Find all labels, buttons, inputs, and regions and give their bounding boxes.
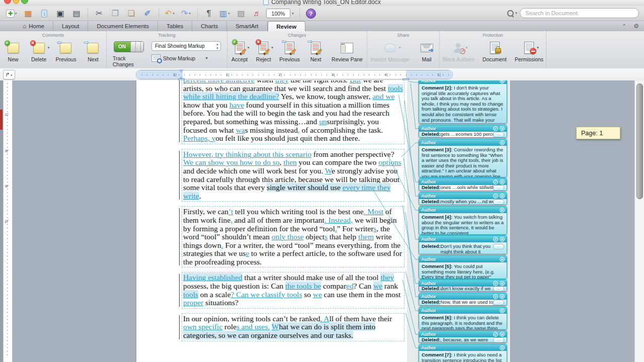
accept-change-button[interactable]: ✓ xyxy=(493,294,498,299)
dropdown-arrow-icon[interactable]: ▼ xyxy=(398,46,401,49)
paragraph-5[interactable]: In our opinion, writing tools can’t be r… xyxy=(183,315,403,340)
block-authors-button[interactable]: ▼Block Authors xyxy=(442,39,474,68)
comment-balloon[interactable]: Author✕Comment [7]: I think you also nee… xyxy=(419,344,507,362)
stepper-arrows-icon[interactable]: ▲▼ xyxy=(216,42,219,50)
more-button[interactable]: … xyxy=(493,244,504,249)
dropdown-arrow-icon[interactable]: ▼ xyxy=(47,46,50,49)
paste-button[interactable]: ❏ xyxy=(124,8,139,20)
deleted-change-balloon[interactable]: Author✓✕Deleted: mostly when you …nd we … xyxy=(419,192,507,205)
reject-change-button[interactable]: ✕ xyxy=(500,126,505,131)
collapse-ribbon-icon[interactable]: ⌃ xyxy=(622,23,626,30)
reject-change-button[interactable]: ✕ xyxy=(500,294,505,299)
more-button[interactable]: … xyxy=(493,287,504,291)
instant-message-button[interactable]: ▼Instant Message xyxy=(370,39,409,68)
deleted-change-balloon[interactable]: Author✓✕Deleted: gets …ecomes 100 percen… xyxy=(419,125,507,138)
more-button[interactable]: … xyxy=(493,199,504,205)
reject-change-button[interactable]: ✕ xyxy=(500,179,505,185)
toggle-knob[interactable] xyxy=(130,42,143,52)
mail-button[interactable]: ➔Mail xyxy=(418,39,436,68)
tab-smartart[interactable]: SmartArt xyxy=(227,21,267,31)
envelope-button[interactable]: ▧ xyxy=(233,8,249,20)
comment-balloon[interactable]: Author✕Comment [3]: Consider rewording t… xyxy=(419,139,507,177)
open-button[interactable]: ↓ xyxy=(37,8,52,20)
previous-button[interactable]: ⇦Previous xyxy=(56,39,76,68)
accept-change-button[interactable]: ✓ xyxy=(493,281,498,286)
copy-button[interactable]: ❐ xyxy=(108,8,123,20)
format-painter-button[interactable]: ✐ xyxy=(140,8,155,20)
previous-button[interactable]: ⇦Previous xyxy=(279,39,300,68)
delete-button[interactable]: ✕▼Delete xyxy=(30,39,48,68)
dropdown-arrow-icon[interactable]: ▼ xyxy=(536,46,539,49)
delete-comment-button[interactable]: ✕ xyxy=(500,308,505,313)
tab-tables[interactable]: Tables xyxy=(158,21,192,31)
paragraph-4[interactable]: Having established that a writer should … xyxy=(183,274,403,307)
print-button[interactable]: ▤ xyxy=(69,8,84,20)
accept-change-button[interactable]: ✓ xyxy=(493,179,498,185)
review-pane-button[interactable]: Review Pane xyxy=(332,39,363,68)
dropdown-arrow-icon[interactable]: ▼ xyxy=(227,12,230,15)
gallery-button[interactable]: ▦ xyxy=(21,8,36,20)
dropdown-arrow-icon[interactable]: ▼ xyxy=(172,12,175,15)
more-button[interactable]: … xyxy=(493,337,504,342)
dropdown-arrow-icon[interactable]: ▼ xyxy=(188,12,191,15)
reject-button[interactable]: ✕▼Reject xyxy=(256,39,271,68)
scrollbar-thumb[interactable] xyxy=(636,83,643,199)
tab-document-elements[interactable]: Document Elements xyxy=(88,21,158,31)
dropdown-arrow-icon[interactable]: ▼ xyxy=(465,46,468,49)
accept-change-button[interactable]: ✓ xyxy=(493,126,498,131)
delete-comment-button[interactable]: ✕ xyxy=(500,80,505,83)
accept-change-button[interactable]: ✓ xyxy=(493,237,498,242)
zoom-dropdown-arrow[interactable]: ▼ xyxy=(291,12,294,15)
dropdown-arrow-icon[interactable]: ▼ xyxy=(271,46,274,49)
zoom-level-select[interactable]: 100% xyxy=(266,9,290,18)
show-markup-dropdown-arrow[interactable]: ▼ xyxy=(205,56,208,60)
new-document-button[interactable]: ✚▼ xyxy=(5,8,20,20)
next-button[interactable]: ⇨Next xyxy=(84,39,102,68)
more-button[interactable]: … xyxy=(493,185,504,191)
help-button[interactable]: ? xyxy=(306,9,316,19)
delete-comment-button[interactable]: ✕ xyxy=(500,257,505,262)
cut-button[interactable]: ✂ xyxy=(92,8,107,20)
deleted-change-balloon[interactable]: Author✓✕Deleted: , because, as we were… xyxy=(419,330,507,343)
dropdown-arrow-icon[interactable]: ▼ xyxy=(15,12,18,15)
comment-balloon[interactable]: Author✕Comment [5]: You could put someth… xyxy=(419,255,507,279)
deleted-change-balloon[interactable]: Author✓✕Deleted: ones …ools while stillw… xyxy=(419,178,507,191)
columns-button[interactable]: ▥▼ xyxy=(217,8,232,20)
dropdown-arrow-icon[interactable]: ▼ xyxy=(247,46,250,49)
search-input[interactable] xyxy=(520,8,639,18)
reject-change-button[interactable]: ✕ xyxy=(500,237,505,242)
reject-change-button[interactable]: ✕ xyxy=(500,332,505,337)
accept-change-button[interactable]: ✓ xyxy=(493,332,498,337)
undo-button[interactable]: ↶▼ xyxy=(163,8,178,20)
paragraph-2[interactable]: However, try thinking about this scenari… xyxy=(183,150,403,201)
new-button[interactable]: +New xyxy=(5,39,22,68)
more-button[interactable]: … xyxy=(493,300,504,305)
delete-comment-button[interactable]: ✕ xyxy=(500,140,505,145)
comment-balloon[interactable]: Author✕Comment [6]: I think you can dele… xyxy=(419,307,507,330)
vertical-ruler[interactable]: 2|3|4|5| xyxy=(3,80,13,362)
paragraph-1[interactable]: percent more attractive when they use th… xyxy=(183,80,403,143)
track-changes-toggle[interactable]: ON xyxy=(114,41,144,52)
document-page[interactable]: percent more attractive when they use th… xyxy=(136,80,408,362)
search-options-arrow[interactable]: ▼ xyxy=(515,12,518,15)
paragraph-3[interactable]: Firstly, we can’t tell you which writing… xyxy=(183,208,403,266)
reject-change-button[interactable]: ✕ xyxy=(500,194,505,199)
tab-review[interactable]: Review xyxy=(268,21,306,31)
vertical-scrollbar[interactable] xyxy=(634,80,644,362)
redo-button[interactable]: ↷▼ xyxy=(179,8,194,20)
show-invisibles-button[interactable]: ¶ xyxy=(201,8,216,20)
comment-balloon[interactable]: Author✕Comment [2]: I don’t think your o… xyxy=(419,80,507,124)
media-browser-button[interactable]: ♬ xyxy=(250,8,265,20)
tab-layout[interactable]: Layout xyxy=(53,21,89,31)
next-button[interactable]: ⇨Next xyxy=(308,39,324,68)
document-button[interactable]: Document xyxy=(482,39,507,68)
deleted-change-balloon[interactable]: Author✓✕Deleted: don’t know exactly if w… xyxy=(419,280,507,292)
markup-mode-select[interactable]: Final Showing Markup ▲▼ xyxy=(151,41,221,51)
delete-comment-button[interactable]: ✕ xyxy=(500,345,505,350)
accept-change-button[interactable]: ✓ xyxy=(493,194,498,199)
search-icon[interactable] xyxy=(507,10,514,17)
ribbon-settings-gear-icon[interactable]: ⚙ xyxy=(633,23,639,30)
more-button[interactable]: … xyxy=(493,132,504,137)
deleted-change-balloon[interactable]: Author✓✕Deleted: Don’t you think that yo… xyxy=(419,235,507,254)
permissions-button[interactable]: ▼Permissions xyxy=(515,39,543,68)
